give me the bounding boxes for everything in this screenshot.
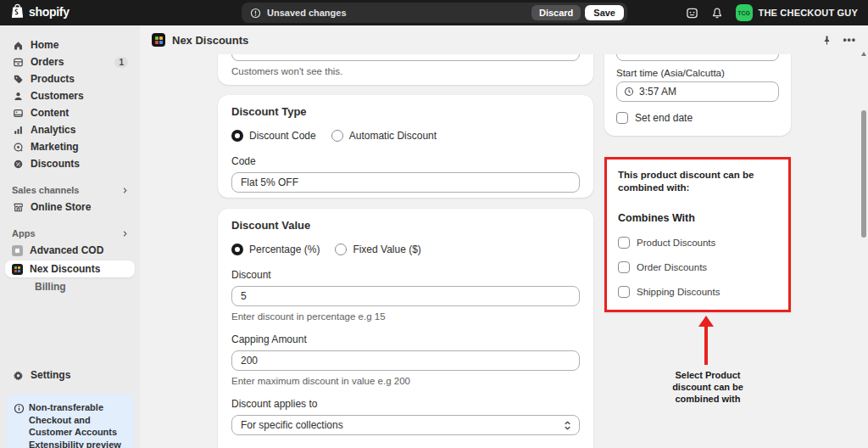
clock-icon (624, 87, 634, 97)
sidebar-item-settings[interactable]: Settings (5, 366, 135, 384)
applies-to-label: Discount applies to (231, 398, 580, 410)
sidebar-item-marketing[interactable]: Marketing (5, 138, 135, 155)
code-input[interactable] (231, 172, 580, 193)
scrollbar-thumb[interactable] (861, 110, 866, 238)
avatar: TCG (736, 4, 753, 21)
discount-value-card: Discount Value Percentage (%) Fixed Valu… (218, 209, 593, 448)
gear-icon (12, 369, 24, 381)
sidebar-item-content[interactable]: Content (5, 104, 135, 121)
notifications-bell-icon[interactable] (711, 7, 723, 20)
sidebar-item-home[interactable]: Home (5, 36, 135, 53)
bar-chart-icon (12, 124, 24, 136)
sidebar-item-products[interactable]: Products (5, 70, 135, 87)
select-stepper-icon (563, 420, 572, 431)
card-title: Discount Value (231, 219, 580, 232)
checkbox-product-discounts[interactable]: Product Discounts (618, 237, 777, 249)
sidebar-item-discounts[interactable]: Discounts (5, 155, 135, 172)
nex-discounts-app-icon (12, 264, 23, 275)
radio-unselected-icon (335, 244, 347, 255)
main-content: Nex Discounts ••• Customers won't see th… (140, 25, 868, 448)
radio-fixed-value[interactable]: Fixed Value ($) (335, 244, 420, 255)
checkbox-icon (618, 286, 630, 298)
extensibility-preview-notice: Non-transferable Checkout and Customer A… (7, 394, 134, 448)
scroll-area: Customers won't see this. Discount Type … (140, 54, 868, 448)
content-icon (12, 107, 24, 119)
visibility-card: Customers won't see this. (218, 54, 593, 85)
chevron-right-icon (120, 186, 130, 195)
checkbox-icon (618, 237, 630, 249)
discount-name-input[interactable] (231, 54, 580, 61)
sidebar-item-analytics[interactable]: Analytics (5, 121, 135, 138)
home-icon (12, 39, 24, 51)
capping-input[interactable] (231, 350, 580, 371)
more-actions-icon[interactable]: ••• (843, 34, 856, 46)
chevron-right-icon (120, 229, 130, 238)
checkbox-icon (616, 112, 628, 124)
pin-icon[interactable] (821, 35, 832, 46)
notice-prefix: Non-transferable (29, 402, 103, 412)
radio-selected-icon (231, 130, 243, 142)
orders-count-badge: 1 (114, 57, 128, 68)
radio-unselected-icon (331, 130, 343, 142)
info-icon (14, 402, 25, 448)
orders-icon (12, 56, 24, 68)
sidebar-item-nex-discounts[interactable]: Nex Discounts (5, 260, 135, 277)
combines-with-card: This product discount can be combined wi… (604, 157, 791, 312)
combines-intro: This product discount can be combined wi… (618, 169, 777, 194)
sales-channels-section[interactable]: Sales channels (0, 182, 140, 198)
shopify-admin-screen: shopify Unsaved changes Discard Save TCG… (0, 0, 868, 448)
sidebar: Home Orders 1 Products Customers Content (0, 25, 140, 448)
discount-helper: Enter discount in percentage e.g 15 (231, 311, 580, 322)
shopify-wordmark: shopify (29, 5, 70, 19)
sidekick-icon[interactable] (686, 7, 698, 20)
storefront-icon (12, 201, 24, 213)
discount-type-card: Discount Type Discount Code Automatic Di… (218, 95, 593, 198)
radio-automatic-discount[interactable]: Automatic Discount (331, 130, 437, 142)
checkbox-shipping-discounts[interactable]: Shipping Discounts (618, 286, 777, 298)
nex-discounts-app-icon (152, 33, 165, 47)
discount-icon (12, 158, 24, 170)
set-end-date-checkbox[interactable]: Set end date (616, 112, 693, 124)
account-menu[interactable]: TCG THE CHECKOUT GUY (736, 4, 858, 21)
unsaved-changes-bar: Unsaved changes Discard Save (242, 3, 627, 23)
annotation-caption: Select Product discount can be combined … (648, 369, 767, 405)
radio-discount-code[interactable]: Discount Code (231, 130, 316, 142)
sidebar-item-orders[interactable]: Orders 1 (5, 53, 135, 70)
applies-to-select[interactable]: For specific collections (231, 415, 580, 435)
checkbox-icon (618, 261, 630, 273)
sidebar-item-customers[interactable]: Customers (5, 87, 135, 104)
app-header: Nex Discounts ••• (140, 25, 868, 54)
notice-suffix: preview (86, 440, 121, 448)
alert-circle-icon (250, 8, 261, 19)
radio-selected-icon (231, 244, 243, 255)
discount-input[interactable] (231, 286, 580, 306)
schedule-card: Start time (Asia/Calcutta) 3:57 AM Set e… (604, 54, 791, 136)
shopify-logo[interactable]: shopify (10, 3, 70, 20)
sidebar-item-billing[interactable]: Billing (5, 278, 135, 295)
apps-section[interactable]: Apps (0, 226, 140, 241)
person-icon (12, 90, 24, 102)
start-time-label: Start time (Asia/Calcutta) (616, 68, 725, 78)
store-name: THE CHECKOUT GUY (759, 8, 858, 18)
checkbox-order-discounts[interactable]: Order Discounts (618, 261, 777, 273)
page-title: Nex Discounts (172, 34, 248, 47)
scrollbar-up-arrow[interactable] (861, 52, 866, 56)
discard-button[interactable]: Discard (531, 5, 581, 20)
start-date-input[interactable] (616, 54, 779, 61)
topbar: shopify Unsaved changes Discard Save TCG… (0, 0, 868, 25)
code-label: Code (231, 155, 580, 167)
advanced-cod-app-icon (12, 245, 23, 256)
visibility-helper: Customers won't see this. (231, 66, 342, 76)
sidebar-item-online-store[interactable]: Online Store (5, 199, 135, 216)
unsaved-changes-label: Unsaved changes (267, 8, 347, 18)
start-time-input[interactable]: 3:57 AM (616, 81, 779, 102)
capping-helper: Enter maximum discount in value e.g 200 (231, 376, 580, 386)
annotation-arrow-stem (704, 326, 708, 365)
shopify-bag-icon (10, 3, 25, 20)
sidebar-item-advanced-cod[interactable]: Advanced COD (5, 242, 135, 259)
radio-percentage[interactable]: Percentage (%) (231, 244, 320, 255)
save-button[interactable]: Save (585, 5, 624, 20)
discount-label: Discount (231, 269, 580, 281)
tag-icon (12, 73, 24, 85)
capping-label: Capping Amount (231, 333, 580, 345)
